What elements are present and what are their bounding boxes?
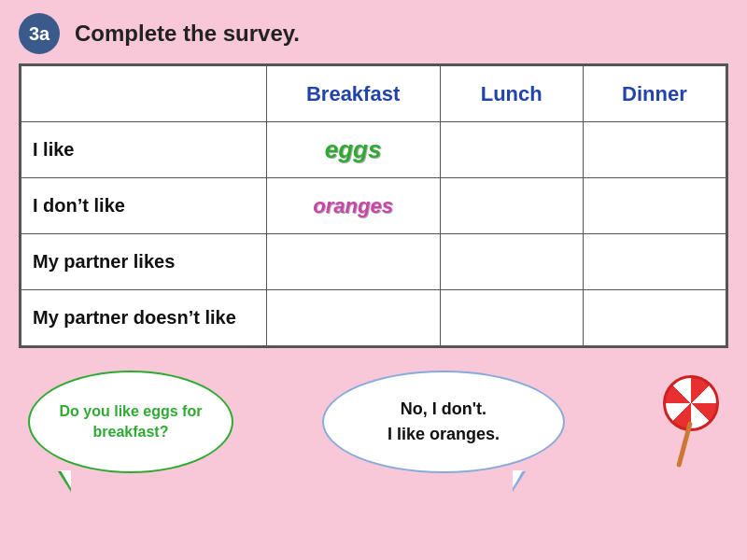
page-title: Complete the survey.: [75, 21, 300, 47]
oranges-text: oranges: [313, 194, 393, 217]
table-row: My partner doesn’t like: [21, 290, 726, 346]
cell-partner-likes-dinner: [583, 234, 726, 290]
bubble-left-text: Do you like eggs for breakfast?: [39, 401, 222, 443]
bottom-section: Do you like eggs for breakfast? No, I do…: [0, 348, 747, 473]
col-header-dinner: Dinner: [583, 66, 726, 122]
cell-partner-likes-breakfast: [266, 234, 440, 290]
cell-i-like-dinner: [583, 122, 726, 178]
survey-table: Breakfast Lunch Dinner I like eggs I don…: [19, 63, 728, 348]
cell-i-dont-like-breakfast: oranges: [266, 178, 440, 234]
table-row: I don’t like oranges: [21, 178, 726, 234]
col-header-empty: [21, 66, 267, 122]
row-label-partner-doesnt-like: My partner doesn’t like: [21, 290, 267, 346]
row-label-i-like: I like: [21, 122, 267, 178]
table-row: I like eggs: [21, 122, 726, 178]
cell-i-dont-like-lunch: [440, 178, 583, 234]
header: 3a Complete the survey.: [0, 0, 747, 63]
cell-i-like-lunch: [440, 122, 583, 178]
speech-bubble-right: No, I don't.I like oranges.: [322, 371, 565, 473]
speech-bubble-left: Do you like eggs for breakfast?: [28, 371, 233, 473]
lollipop-decoration: [654, 375, 719, 469]
cell-partner-doesnt-like-lunch: [440, 290, 583, 346]
cell-i-like-breakfast: eggs: [266, 122, 440, 178]
cell-partner-likes-lunch: [440, 234, 583, 290]
badge: 3a: [19, 13, 60, 54]
cell-i-dont-like-dinner: [583, 178, 726, 234]
bubble-right-text: No, I don't.I like oranges.: [388, 397, 500, 447]
cell-partner-doesnt-like-dinner: [583, 290, 726, 346]
col-header-breakfast: Breakfast: [266, 66, 440, 122]
row-label-i-dont-like: I don’t like: [21, 178, 267, 234]
col-header-lunch: Lunch: [440, 66, 583, 122]
row-label-partner-likes: My partner likes: [21, 234, 267, 290]
cell-partner-doesnt-like-breakfast: [266, 290, 440, 346]
eggs-text: eggs: [325, 135, 382, 163]
table-row: My partner likes: [21, 234, 726, 290]
